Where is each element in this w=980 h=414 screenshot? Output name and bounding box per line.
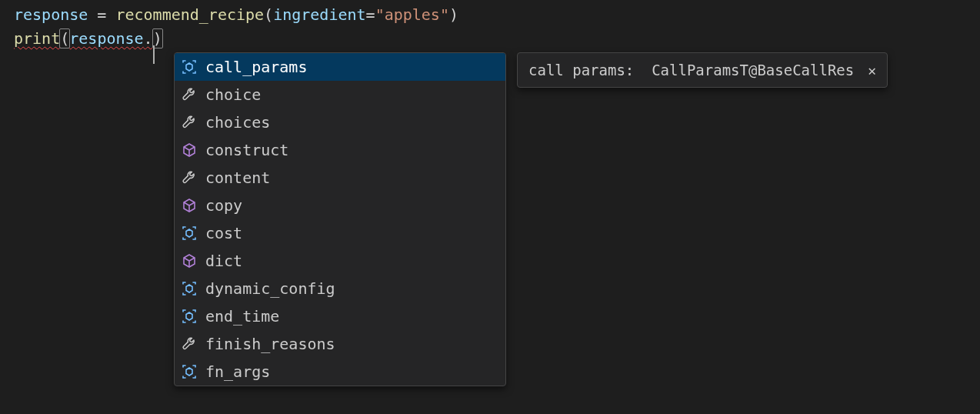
field-icon: [181, 280, 198, 297]
suggestion-item[interactable]: fn_args: [175, 358, 505, 386]
suggestion-label: cost: [205, 224, 242, 242]
token-variable: response: [14, 5, 88, 24]
suggestion-label: construct: [205, 141, 288, 159]
close-icon[interactable]: ✕: [865, 61, 879, 80]
doc-text: call_params: _CallParamsT@BaseCallRes: [528, 62, 854, 78]
suggestion-item[interactable]: construct: [175, 136, 505, 164]
suggestion-item[interactable]: dict: [175, 247, 505, 275]
suggestion-item[interactable]: finish_reasons: [175, 330, 505, 358]
field-icon: [181, 225, 198, 242]
suggestion-item[interactable]: cost: [175, 219, 505, 247]
suggestion-item[interactable]: end_time: [175, 302, 505, 330]
token-function: print: [14, 29, 60, 48]
token-string: "apples": [375, 5, 449, 24]
field-icon: [181, 363, 198, 380]
token-operator: =: [366, 5, 375, 24]
token-operator: =: [88, 5, 115, 24]
autocomplete-popup[interactable]: call_paramschoicechoicesconstructcontent…: [174, 52, 506, 386]
token-paren-open: (: [264, 5, 273, 24]
suggestion-label: call_params: [205, 58, 307, 76]
suggestion-item[interactable]: choice: [175, 81, 505, 109]
token-parameter: ingredient: [273, 5, 365, 24]
suggestion-label: finish_reasons: [205, 335, 335, 353]
suggestion-item[interactable]: choices: [175, 109, 505, 136]
code-line-1[interactable]: response = recommend_recipe(ingredient="…: [0, 3, 980, 27]
token-paren-close: ): [449, 5, 458, 24]
cube-icon: [181, 252, 198, 269]
suggestion-label: choice: [205, 85, 261, 104]
wrench-icon: [181, 336, 198, 352]
suggestion-item[interactable]: copy: [175, 192, 505, 219]
suggestion-label: choices: [205, 113, 270, 132]
token-variable: response: [69, 29, 143, 48]
cube-icon: [181, 142, 198, 159]
suggestion-label: dict: [205, 252, 242, 270]
suggestion-label: end_time: [205, 307, 279, 326]
suggestion-label: dynamic_config: [205, 279, 335, 298]
suggestion-item[interactable]: content: [175, 164, 505, 192]
token-dot: .: [144, 29, 153, 48]
wrench-icon: [181, 114, 198, 131]
field-icon: [181, 58, 198, 75]
suggestion-item[interactable]: dynamic_config: [175, 275, 505, 302]
token-function: recommend_recipe: [115, 5, 264, 24]
autocomplete-doc-panel: call_params: _CallParamsT@BaseCallRes ✕: [517, 52, 888, 88]
suggestion-label: content: [205, 169, 270, 187]
suggestion-item[interactable]: call_params: [175, 53, 505, 81]
wrench-icon: [181, 169, 198, 186]
field-icon: [181, 308, 198, 325]
wrench-icon: [181, 86, 198, 103]
suggestion-label: fn_args: [205, 362, 270, 381]
cube-icon: [181, 197, 198, 214]
suggestion-label: copy: [205, 196, 242, 215]
code-line-2[interactable]: print(response.): [0, 27, 980, 51]
